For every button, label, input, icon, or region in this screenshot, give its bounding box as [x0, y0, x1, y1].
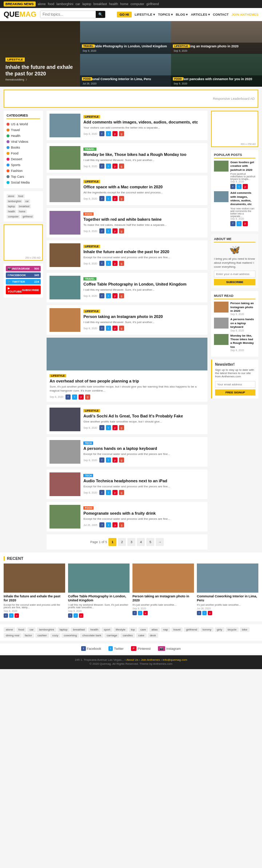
- sidebar-item-dessert[interactable]: Dessert: [7, 156, 40, 162]
- tag-carriage[interactable]: carriage: [104, 633, 119, 638]
- twitter-share-icon[interactable]: t: [106, 326, 111, 331]
- article-thumbnail[interactable]: [49, 146, 80, 170]
- googleplus-share-icon[interactable]: g: [119, 490, 124, 495]
- footer-email-link[interactable]: info@quemag.com: [163, 658, 187, 661]
- twitter-share-icon[interactable]: t: [106, 425, 111, 430]
- footer-about-link[interactable]: About Us: [126, 658, 138, 661]
- footer-join-link[interactable]: Join Anthemes: [141, 658, 160, 661]
- tag-cozy[interactable]: cozy: [50, 633, 60, 638]
- article-thumbnail-wide[interactable]: [47, 338, 207, 370]
- pinterest-share-icon[interactable]: p: [112, 457, 118, 463]
- article-title[interactable]: Add comments with images, videos, audios…: [83, 119, 205, 125]
- facebook-share-icon[interactable]: f: [4, 613, 8, 618]
- tag-lamborghini[interactable]: lamborghini: [7, 199, 23, 203]
- go-hi-button[interactable]: GO HI: [117, 12, 132, 17]
- article-title[interactable]: A persons hands on a laptop keyboard: [83, 446, 205, 451]
- pinterest-share-icon[interactable]: p: [112, 228, 118, 233]
- twitter-share-icon[interactable]: t: [237, 184, 242, 189]
- related-thumbnail[interactable]: [214, 302, 229, 313]
- article-category[interactable]: LIFESTYLE: [49, 374, 66, 377]
- pinterest-share-icon[interactable]: p: [112, 522, 118, 527]
- twitter-follow-button[interactable]: 🐦 TWITTER 234: [6, 279, 41, 284]
- pinterest-share-icon[interactable]: p: [79, 394, 84, 400]
- twitter-share-icon[interactable]: t: [138, 611, 142, 615]
- article-thumbnail[interactable]: [49, 178, 80, 202]
- subscribe-button[interactable]: SUBSCRIBE: [214, 279, 255, 285]
- facebook-follow-button[interactable]: f FACEBOOK 345: [6, 272, 41, 278]
- nav-articles[interactable]: ARTICLES ▾: [191, 13, 210, 16]
- bottom-card-title[interactable]: Person taking an Instagram photo in 2020: [132, 594, 194, 603]
- googleplus-share-icon[interactable]: g: [119, 522, 124, 527]
- twitter-share-icon[interactable]: t: [9, 613, 13, 618]
- googleplus-share-icon[interactable]: g: [119, 326, 124, 331]
- sidebar-item-sports[interactable]: Sports: [7, 162, 40, 168]
- tag-home[interactable]: home: [17, 209, 27, 213]
- related-title[interactable]: Person taking an Instagram photo in 2020: [230, 302, 255, 313]
- related-title[interactable]: A persons hands on a laptop keyboard: [230, 318, 255, 329]
- article-title[interactable]: Coffee Table Photography in London, Unit…: [83, 282, 205, 287]
- tag-bicycle[interactable]: bicycle: [226, 627, 239, 632]
- article-title[interactable]: Office space with a Mac computer in 2020: [83, 184, 205, 189]
- article-title[interactable]: Pomegranate seeds with a fruity drink: [83, 511, 205, 516]
- nav-lifestyle[interactable]: LIFESTYLE ▾: [135, 13, 155, 16]
- facebook-share-icon[interactable]: f: [99, 131, 104, 136]
- tag-factor[interactable]: factor: [23, 633, 34, 638]
- page-button-5[interactable]: 5: [146, 538, 154, 546]
- facebook-share-icon[interactable]: f: [132, 611, 137, 615]
- page-button-1[interactable]: 1: [108, 538, 116, 546]
- related-thumbnail[interactable]: [214, 161, 229, 172]
- article-category[interactable]: LIFESTYLE: [83, 245, 100, 248]
- footer-twitter-link[interactable]: t Twitter: [108, 646, 124, 651]
- tag-link[interactable]: girlfriend: [146, 2, 159, 6]
- tag-bike[interactable]: bike: [240, 627, 250, 632]
- sidebar-item-food[interactable]: Food: [7, 150, 40, 156]
- googleplus-share-icon[interactable]: g: [119, 228, 124, 233]
- article-category[interactable]: TRAVEL: [83, 148, 96, 151]
- pinterest-share-icon[interactable]: p: [243, 221, 248, 226]
- email-input[interactable]: [214, 271, 255, 278]
- facebook-share-icon[interactable]: f: [230, 184, 235, 189]
- article-category[interactable]: LIFESTYLE: [83, 409, 100, 412]
- googleplus-share-icon[interactable]: g: [119, 131, 124, 136]
- tag-link[interactable]: laptop: [82, 2, 91, 6]
- tag-lamborghini[interactable]: lamborghini: [37, 627, 56, 632]
- bottom-card-title[interactable]: Inhale the future and exhale the past fo…: [4, 594, 65, 603]
- tag-travel[interactable]: travel: [171, 627, 183, 632]
- tag-top[interactable]: top: [129, 627, 137, 632]
- tag-coworking[interactable]: coworking: [61, 633, 79, 638]
- tag-link[interactable]: computer: [131, 2, 144, 6]
- hero-main[interactable]: LIFESTYLE Inhale the future and exhale t…: [0, 21, 80, 87]
- tag-link[interactable]: home: [120, 2, 128, 6]
- facebook-share-icon[interactable]: f: [66, 394, 71, 400]
- nav-topics[interactable]: TOPICS ▾: [158, 13, 173, 16]
- tag-car[interactable]: car: [24, 199, 30, 203]
- tag-car[interactable]: car: [27, 627, 36, 632]
- googleplus-share-icon[interactable]: g: [119, 457, 124, 463]
- facebook-share-icon[interactable]: f: [99, 326, 104, 331]
- sidebar-item-fashion[interactable]: Fashion: [7, 168, 40, 174]
- tag-health[interactable]: health: [88, 627, 100, 632]
- googleplus-share-icon[interactable]: g: [85, 394, 90, 400]
- article-thumbnail[interactable]: [49, 114, 80, 137]
- tag-computer[interactable]: computer: [7, 215, 20, 219]
- twitter-share-icon[interactable]: t: [106, 457, 111, 463]
- sidebar-item-books[interactable]: Books: [7, 145, 40, 150]
- hero-grid-item-2[interactable]: LIFESTYLE Person taking an Instagram pho…: [171, 21, 262, 54]
- search-input[interactable]: [40, 11, 96, 18]
- tag-link[interactable]: health: [109, 2, 118, 6]
- facebook-share-icon[interactable]: f: [99, 228, 104, 233]
- sidebar-item-us-world[interactable]: US & World: [7, 121, 40, 127]
- pinterest-share-icon[interactable]: p: [112, 293, 118, 298]
- bottom-card-thumbnail[interactable]: [197, 563, 258, 593]
- googleplus-share-icon[interactable]: g: [119, 164, 124, 169]
- sidebar-item-topcars[interactable]: Top Cars: [7, 174, 40, 180]
- tag-atlas[interactable]: atlas: [149, 627, 160, 632]
- tag-alone[interactable]: alone: [7, 194, 16, 198]
- hero-grid-item-1[interactable]: TRAVEL Coffee Table Photography in Londo…: [80, 21, 171, 54]
- article-category[interactable]: TECH: [83, 441, 93, 445]
- page-button-2[interactable]: 2: [118, 538, 126, 546]
- facebook-share-icon[interactable]: f: [99, 457, 104, 463]
- article-title[interactable]: Person taking an Instagram photo in 2020: [83, 314, 205, 319]
- tag-girlfriend[interactable]: girlfriend: [184, 627, 199, 632]
- pinterest-share-icon[interactable]: p: [79, 613, 83, 618]
